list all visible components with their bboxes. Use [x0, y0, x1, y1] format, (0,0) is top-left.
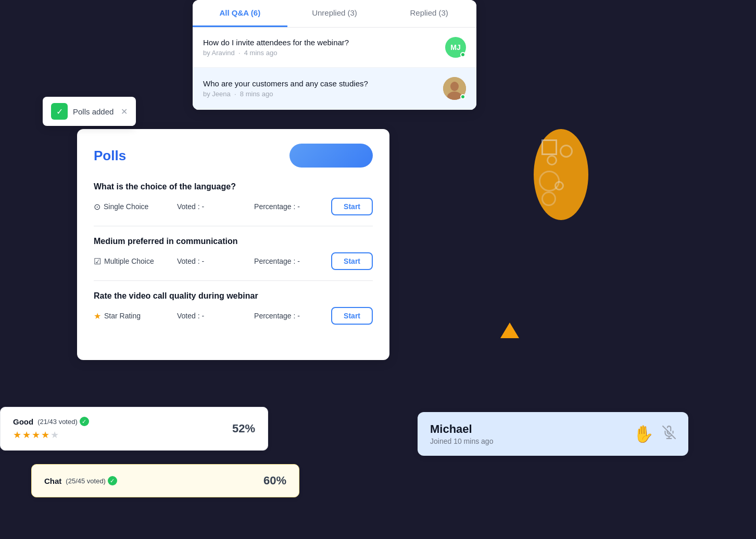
- rating-percentage-good: 52%: [232, 422, 255, 435]
- poll-title-2: Medium preferred in communication: [94, 237, 373, 246]
- chat-card: Chat (25/45 voted) ✓ 60%: [31, 464, 299, 497]
- michael-subtitle: Joined 10 mins ago: [430, 437, 493, 445]
- radio-icon: ⊙: [94, 202, 100, 212]
- poll-voted-3: Voted : -: [177, 312, 244, 320]
- question-title-1: How do I invite attendees for the webina…: [203, 38, 445, 47]
- voted-badge-chat: (25/45 voted) ✓: [66, 476, 117, 485]
- star-icon: ★: [94, 311, 101, 321]
- poll-type-2: ☑ Multiple Choice: [94, 256, 167, 266]
- avatar-mj: MJ: [445, 37, 466, 58]
- poll-percentage-1: Percentage : -: [254, 202, 321, 211]
- tab-unreplied[interactable]: Unreplied (3): [287, 0, 382, 27]
- question-title-2: Who are your customers and any case stud…: [203, 79, 443, 88]
- raise-hand-icon[interactable]: ✋: [633, 424, 654, 444]
- poll-type-1: ⊙ Single Choice: [94, 202, 167, 212]
- avatar-jeena: [443, 77, 466, 100]
- qa-panel: All Q&A (6) Unreplied (3) Replied (3) Ho…: [193, 0, 476, 110]
- qa-tabs: All Q&A (6) Unreplied (3) Replied (3): [193, 0, 476, 28]
- poll-title-3: Rate the video call quality during webin…: [94, 291, 373, 301]
- rating-label-good: Good (21/43 voted) ✓: [13, 417, 89, 426]
- star-rating-display: ★★★★★: [13, 429, 89, 441]
- poll-voted-2: Voted : -: [177, 257, 244, 265]
- poll-question-1: What is the choice of the language? ⊙ Si…: [94, 182, 373, 226]
- poll-voted-1: Voted : -: [177, 202, 244, 211]
- poll-question-2: Medium preferred in communication ☑ Mult…: [94, 237, 373, 281]
- voted-check-chat: ✓: [108, 476, 117, 485]
- triangle-decoration: [500, 323, 519, 338]
- start-button-3[interactable]: Start: [331, 307, 373, 325]
- qa-question-2[interactable]: Who are your customers and any case stud…: [193, 68, 476, 110]
- question-meta-2: by Jeena · 8 mins ago: [203, 90, 443, 98]
- polls-action-button[interactable]: [289, 144, 373, 168]
- tab-all-qa[interactable]: All Q&A (6): [193, 0, 287, 27]
- toast-check-icon: ✓: [51, 103, 68, 120]
- poll-percentage-2: Percentage : -: [254, 257, 321, 265]
- poll-title-1: What is the choice of the language?: [94, 182, 373, 191]
- poll-question-3: Rate the video call quality during webin…: [94, 291, 373, 335]
- voted-badge-good: (21/43 voted) ✓: [37, 417, 89, 426]
- polls-panel: Polls What is the choice of the language…: [77, 129, 389, 360]
- chat-label: Chat (25/45 voted) ✓: [44, 476, 117, 485]
- start-button-1[interactable]: Start: [331, 198, 373, 215]
- chat-percentage: 60%: [263, 474, 286, 487]
- start-button-2[interactable]: Start: [331, 252, 373, 270]
- rating-card-good: Good (21/43 voted) ✓ ★★★★★ 52%: [0, 407, 268, 451]
- polls-added-toast: ✓ Polls added ✕: [43, 97, 136, 126]
- online-indicator-jeena: [460, 94, 465, 99]
- tab-replied[interactable]: Replied (3): [382, 0, 476, 27]
- mic-icon[interactable]: [662, 426, 676, 443]
- polls-header: Polls: [94, 144, 373, 168]
- online-indicator: [460, 52, 465, 57]
- polls-title: Polls: [94, 148, 126, 164]
- toast-close-button[interactable]: ✕: [121, 107, 128, 117]
- toast-message: Polls added: [73, 107, 114, 116]
- voted-check-good: ✓: [80, 417, 89, 426]
- michael-card: Michael Joined 10 mins ago ✋: [418, 412, 688, 456]
- decorative-circle: [534, 129, 588, 220]
- svg-point-1: [450, 82, 459, 91]
- michael-name: Michael: [430, 422, 493, 436]
- question-meta-1: by Aravind · 4 mins ago: [203, 49, 445, 57]
- qa-question-1[interactable]: How do I invite attendees for the webina…: [193, 28, 476, 68]
- checkbox-icon: ☑: [94, 256, 101, 266]
- poll-percentage-3: Percentage : -: [254, 312, 321, 320]
- poll-type-3: ★ Star Rating: [94, 311, 167, 321]
